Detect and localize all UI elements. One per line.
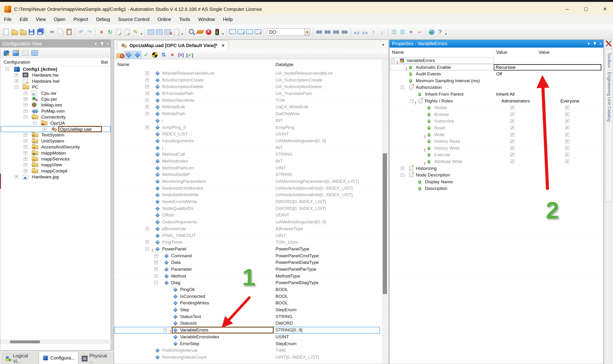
close-icon[interactable]: ×: [599, 40, 602, 48]
column-batch[interactable]: Bat: [101, 58, 108, 66]
collapse-icon[interactable]: −: [401, 86, 404, 89]
table-row-fbnodereleasehandlelist[interactable]: +fbNodeReleaseHandleListUA_NodeReleaseHa…: [114, 70, 380, 77]
cut-icon[interactable]: ✂: [48, 28, 56, 36]
save-all-icon[interactable]: [36, 28, 44, 36]
checkbox-everyone[interactable]: ✓: [565, 153, 569, 157]
hardware-group-dropdown-icon[interactable]: ▼: [181, 28, 184, 36]
table-row-remainingvaluecount[interactable]: RemainingValueCountUINT[0..INDEX_LIST]: [114, 354, 380, 361]
table-row-nodeerroridwrite[interactable]: NodeErrorIdWriteDWORD[0..INDEX_LIST]: [114, 198, 380, 205]
table-row-fbtranslatepath[interactable]: +fbTranslatePathUA_TranslatePath: [114, 90, 380, 97]
tree-item-textsystem[interactable]: +TTextSystem: [0, 132, 111, 138]
table-row-methodpathlen[interactable]: MethodPathLenUINT: [114, 165, 380, 171]
menu-file[interactable]: File: [0, 15, 15, 24]
menu-project[interactable]: Project: [69, 15, 92, 24]
table-row-ping_timeout[interactable]: PING_TIMEOUTUINT: [114, 232, 380, 239]
table-row-methodsetbp[interactable]: MethodSetBPSTRING: [114, 171, 380, 178]
checkbox-everyone[interactable]: ✓: [565, 146, 569, 150]
tree-item-iomap-iom[interactable]: +IoMap.iom: [0, 102, 111, 108]
trace-list-icon[interactable]: [399, 28, 406, 36]
property-row-history-read[interactable]: History Read✓✓: [390, 138, 603, 145]
sort-descending-icon[interactable]: [361, 28, 369, 36]
enable-all-icon[interactable]: [✓]: [186, 51, 194, 59]
property-row-automatic-enable[interactable]: !Automatic EnableRecursive: [390, 64, 603, 71]
tab-list-dropdown-icon[interactable]: ▼: [382, 43, 385, 47]
table-row-fbwritepath[interactable]: +fbWritePathDatObjWrite: [114, 110, 380, 117]
checkbox-administrators[interactable]: ✓: [510, 119, 514, 123]
copy-icon[interactable]: [57, 28, 65, 36]
table-row-j[interactable]: jINT: [114, 144, 380, 151]
property-row-audit-events[interactable]: Audit EventsOff: [390, 71, 603, 78]
delete-mapping-icon[interactable]: [164, 28, 172, 36]
checkbox-administrators[interactable]: ✓: [510, 133, 514, 137]
tree-item-opcua[interactable]: −◆OpcUA: [0, 120, 111, 126]
expand-icon[interactable]: +: [145, 227, 149, 230]
minimize-button[interactable]: –: [560, 5, 574, 14]
table-row-fbsubscriptioncreate[interactable]: +fbSubscriptionCreateUA_SubscriptionCrea…: [114, 77, 380, 84]
enable-node-icon[interactable]: ✓: [142, 51, 150, 59]
table-row-offset[interactable]: OffsetUDINT: [114, 212, 380, 219]
expand-icon[interactable]: +: [15, 79, 18, 83]
table-row-fbwaitafterwrite[interactable]: +fbWaitAfterWriteTON: [114, 97, 380, 104]
view-tab-configura-[interactable]: Configura...: [39, 351, 78, 364]
collapse-icon[interactable]: −: [410, 99, 413, 103]
power-icon[interactable]: [205, 28, 213, 36]
table-row-diag[interactable]: −DiagPowerPanelDiagType: [114, 279, 380, 286]
help-icon[interactable]: ?: [436, 28, 444, 36]
expand-icon[interactable]: +: [145, 71, 149, 75]
column-name[interactable]: Name: [117, 60, 129, 69]
view-tab-logical-vi-[interactable]: Logical Vi...: [2, 353, 39, 364]
variable-mapping-icon[interactable]: [155, 28, 163, 36]
checkbox-administrators[interactable]: ✓: [510, 112, 514, 116]
find-icon[interactable]: [188, 28, 196, 36]
table-row-nodeaddinfomonitor[interactable]: NodeAddInfoMonitorUANodeAdditionalInfo[0…: [114, 185, 380, 192]
find-next-icon[interactable]: [324, 28, 332, 36]
remove-icon[interactable]: −: [416, 28, 424, 36]
checkbox-administrators[interactable]: ✓: [510, 146, 514, 150]
column-datatype[interactable]: Datatype: [275, 60, 293, 69]
tree-item-connectivity[interactable]: −●Connectivity: [0, 114, 111, 120]
menu-tools[interactable]: Tools: [175, 15, 194, 24]
column-name[interactable]: Name: [392, 48, 404, 57]
menu-window[interactable]: Window: [194, 15, 219, 24]
show-error-variables-icon[interactable]: !: [125, 51, 133, 59]
web-icon[interactable]: [428, 28, 436, 36]
delete-icon[interactable]: ×: [98, 28, 105, 36]
menu-source-control[interactable]: Source Control: [114, 15, 153, 24]
open-icon[interactable]: [19, 28, 27, 36]
comment-prev-icon[interactable]: ←: [245, 28, 253, 36]
expand-icon[interactable]: +: [43, 128, 46, 131]
expand-icon[interactable]: +: [15, 175, 18, 179]
property-row-history-write[interactable]: !History Write✓✓: [390, 145, 603, 152]
value-edit-input[interactable]: Recursive: [494, 64, 601, 70]
expand-icon[interactable]: +: [145, 112, 149, 116]
table-row-step[interactable]: StepStepEnum: [114, 307, 380, 313]
table-row-nodeaddinfowrite[interactable]: NodeAddInfoWriteUANodeAdditionalInfo[0..…: [114, 192, 380, 198]
property-row-description[interactable]: Description: [390, 185, 603, 192]
checkbox-administrators[interactable]: ✓: [510, 153, 514, 157]
collapse-icon[interactable]: −: [33, 121, 37, 125]
online-group-dropdown-icon[interactable]: ▼: [221, 28, 225, 36]
menu-online[interactable]: Online: [153, 15, 175, 24]
show-enabled-variables-icon[interactable]: [133, 51, 141, 59]
add-object-icon[interactable]: [12, 49, 20, 57]
disable-all-icon[interactable]: [×]: [177, 51, 185, 59]
chevron-down-icon[interactable]: ▼: [94, 40, 98, 48]
expand-icon[interactable]: +: [24, 91, 27, 95]
property-row-display-name[interactable]: Display Name: [390, 179, 603, 185]
comment-icon[interactable]: [228, 28, 236, 36]
pin-icon[interactable]: [101, 42, 103, 45]
table-row-index_list[interactable]: INDEX_LISTUSINT: [114, 131, 380, 138]
expand-icon[interactable]: +: [154, 260, 158, 264]
column-configuration[interactable]: Configuration: [3, 58, 30, 66]
collapse-icon[interactable]: −: [391, 59, 395, 62]
expand-icon[interactable]: +: [145, 78, 149, 82]
property-row-attribute-write[interactable]: !Attribute Write✓✓: [390, 158, 603, 165]
view-tab-physical-[interactable]: Physical ...: [78, 353, 114, 364]
edit-group-dropdown-icon[interactable]: ▼: [140, 28, 143, 36]
redo-icon[interactable]: ↷: [86, 28, 93, 36]
tree-item-mappmotion[interactable]: +✱mappMotion: [0, 150, 111, 156]
add-icon[interactable]: +: [407, 28, 415, 36]
table-row-icmpping_0[interactable]: +IcmpPing_0IcmpPing: [114, 124, 380, 131]
expand-icon[interactable]: +: [24, 103, 27, 107]
table-row-i[interactable]: iINT: [114, 117, 380, 124]
